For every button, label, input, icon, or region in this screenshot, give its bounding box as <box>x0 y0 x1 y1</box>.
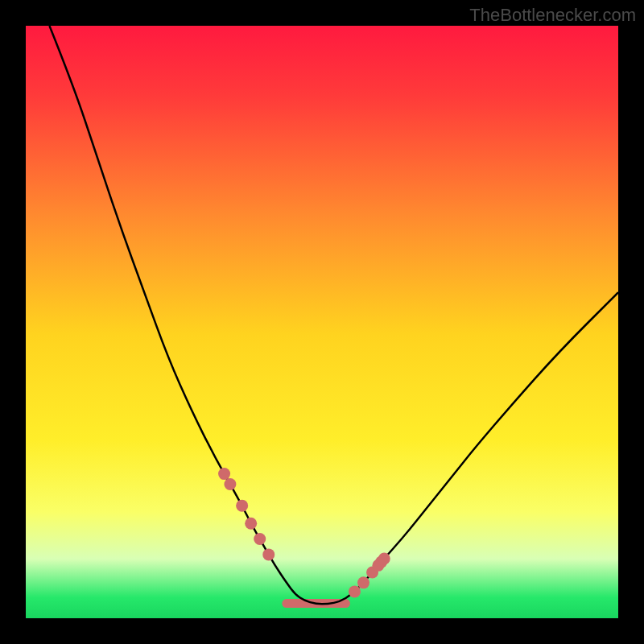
marker-left <box>218 468 230 480</box>
plot-area <box>26 26 618 618</box>
marker-right <box>378 552 390 564</box>
marker-left <box>254 533 266 545</box>
marker-left <box>245 518 257 530</box>
marker-right <box>357 576 369 588</box>
marker-right <box>349 585 361 597</box>
chart-frame: TheBottlenecker.com <box>0 0 644 644</box>
marker-left <box>236 500 248 512</box>
chart-svg <box>26 26 618 618</box>
gradient-background <box>26 26 618 618</box>
marker-left <box>262 548 275 560</box>
attribution-text: TheBottlenecker.com <box>469 5 636 26</box>
marker-left <box>224 478 236 490</box>
